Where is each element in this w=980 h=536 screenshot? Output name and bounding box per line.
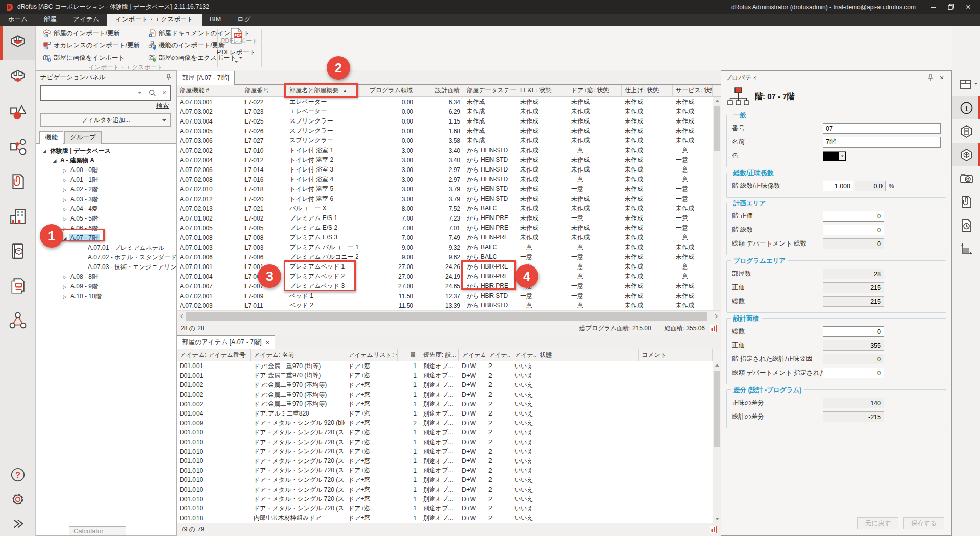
table-row[interactable]: D01.010ドア・メタル・シングル 720 (スタッド)ドア+窓1別途オプ..…: [177, 437, 721, 447]
tree-item[interactable]: ◢体験版 | データベース: [36, 146, 176, 156]
column-header[interactable]: プログラム領域: [358, 85, 416, 96]
tab-room-items[interactable]: 部屋のアイテム [A.07 - 7階] ×: [177, 335, 275, 349]
column-header[interactable]: アイテム: アイテム番号▲: [177, 349, 251, 361]
table-row[interactable]: A.07.01.007L7-007プレミアムベッド 327.0024.65から …: [177, 281, 721, 291]
settings-button[interactable]: [0, 487, 35, 511]
table-row[interactable]: A.07.03.001L7-022エレベーター0.006.34未作成未作成未作成…: [177, 97, 721, 107]
expand-button[interactable]: [0, 511, 35, 536]
property-input[interactable]: [823, 137, 941, 148]
table-row[interactable]: D01.001ドア:金属二重970 (均等)ドア+窓1別途オプ...D+W2いい…: [177, 371, 721, 381]
nav-tab-groups[interactable]: グループ: [64, 131, 102, 144]
module-occurrences-button[interactable]: [0, 130, 35, 164]
close-button[interactable]: ×: [960, 0, 977, 14]
table-row[interactable]: D01.018内部中芯木材枠組みドアドア+窓1別途オプ...D+W2いいえ: [177, 514, 721, 523]
search-icon[interactable]: [146, 89, 158, 97]
add-filter-dropdown[interactable]: フィルタを追加...: [40, 113, 171, 127]
tree-expander-icon[interactable]: ▷: [61, 178, 69, 183]
tree-item[interactable]: ▷A.04 - 4愛: [36, 204, 176, 214]
module-rooms-alt-button[interactable]: [0, 60, 35, 95]
column-header[interactable]: アイテ...: [485, 349, 511, 361]
column-header[interactable]: 仕上げ: 状態: [622, 85, 673, 96]
property-input[interactable]: [823, 211, 884, 222]
property-input[interactable]: [823, 354, 884, 364]
tree-expander-icon[interactable]: ▷: [61, 216, 69, 222]
pin-icon[interactable]: [925, 74, 936, 81]
panel-history-button[interactable]: [952, 213, 980, 237]
table-row[interactable]: D01.002ドア:金属二重970 (不均等)ドア+窓1別途オプ...D+W2い…: [177, 380, 721, 390]
property-input[interactable]: [823, 181, 853, 191]
minimize-button[interactable]: [925, 0, 942, 14]
column-header[interactable]: 状態: [536, 349, 639, 361]
column-header[interactable]: 優先度: 説...: [420, 349, 459, 361]
property-input[interactable]: [823, 282, 884, 293]
column-header[interactable]: 部屋番号: [241, 85, 286, 96]
close-panel-icon[interactable]: ×: [936, 74, 947, 82]
table-row[interactable]: D01.010ドア・メタル・シングル 720 (スタッド)ドア+窓1別途オプ..…: [177, 494, 721, 504]
table-row[interactable]: A.07.02.013L7-021バルコニー X8.007.52から BALC未…: [177, 204, 721, 213]
maximize-button[interactable]: [942, 0, 960, 14]
panel-camera-button[interactable]: [952, 166, 980, 190]
search-dropdown-icon[interactable]: [134, 92, 146, 94]
nav-tab-functions[interactable]: 機能: [39, 131, 63, 144]
tree-item[interactable]: ▷A.00 - 0階: [36, 165, 176, 175]
items-vertical-scrollbar[interactable]: [713, 361, 721, 523]
menu-item-1[interactable]: ホーム: [0, 14, 36, 26]
menu-item-2[interactable]: 部屋: [36, 14, 65, 26]
property-input[interactable]: [823, 326, 884, 337]
tree-expander-icon[interactable]: ▷: [61, 187, 69, 192]
tree-expander-icon[interactable]: ▷: [61, 197, 69, 202]
panel-area-button[interactable]: [952, 237, 980, 260]
table-row[interactable]: D01.010ドア・メタル・シングル 720 (スタッド)ドア+窓1別途オプ..…: [177, 466, 721, 476]
table-row[interactable]: A.07.02.012L7-020トイレ付 浴室 63.003.79から HEN…: [177, 194, 721, 204]
module-network-button[interactable]: [0, 303, 35, 338]
column-header[interactable]: FF&E: 状態: [517, 85, 568, 96]
help-button[interactable]: ?: [0, 462, 35, 487]
table-row[interactable]: D01.010ドア・メタル・シングル 720 (スタッド)ドア+窓1別途オプ..…: [177, 456, 721, 466]
ribbon-button-room-import[interactable]: 部屋のインポート/更新: [40, 28, 143, 39]
tree-expander-icon[interactable]: ▷: [61, 168, 69, 173]
save-button[interactable]: 保存する: [903, 517, 944, 529]
property-input[interactable]: [823, 269, 884, 279]
column-header[interactable]: アイテム: 名前: [251, 349, 345, 361]
module-documents-button[interactable]: [0, 164, 35, 199]
tree-item[interactable]: A.07.02 - ホテル・スタンダード: [36, 253, 176, 262]
column-header[interactable]: コメント: [639, 349, 713, 361]
color-picker[interactable]: [823, 151, 846, 161]
column-header[interactable]: 部屋データステータス: [463, 85, 517, 96]
property-input[interactable]: [823, 340, 884, 351]
tree-item[interactable]: ▷A.05 - 5階: [36, 214, 176, 224]
property-input-focused[interactable]: [823, 368, 884, 378]
column-header[interactable]: アイテムリスト: 名前: [345, 349, 398, 361]
column-header[interactable]: 設計面積: [416, 85, 463, 96]
rooms-horizontal-scrollbar[interactable]: [177, 310, 721, 322]
panel-attachment-button[interactable]: [952, 190, 980, 213]
tree-expander-icon[interactable]: ◢: [51, 158, 59, 163]
table-row[interactable]: A.07.02.010L7-018トイレ付 浴室 53.003.79から HEN…: [177, 184, 721, 194]
module-rooms-button[interactable]: [0, 26, 35, 60]
pin-icon[interactable]: [166, 74, 172, 81]
table-row[interactable]: A.07.01.002L7-002プレミアム E/S 17.007.23から H…: [177, 213, 721, 223]
table-row[interactable]: D01.010ドア・メタル・シングル 720 (スタッド)ドア+窓1別途オプ..…: [177, 504, 721, 514]
module-bim-button[interactable]: [0, 234, 35, 269]
table-row[interactable]: A.07.02.002L7-010トイレ付 浴室 13.003.40から HEN…: [177, 145, 721, 155]
module-reports-button[interactable]: [0, 269, 35, 303]
property-input[interactable]: [823, 123, 941, 134]
menu-item-6[interactable]: ログ: [229, 14, 259, 26]
menu-item-5[interactable]: BIM: [202, 14, 229, 26]
tree-expander-icon[interactable]: ▷: [61, 294, 69, 299]
module-items-button[interactable]: [0, 95, 35, 130]
property-input[interactable]: [823, 238, 884, 249]
ribbon-button-occurrence-import[interactable]: オカレンスのインポート/更新: [40, 40, 143, 51]
table-row[interactable]: A.07.01.001L7-001プレミアムベッド 127.0024.26から …: [177, 262, 721, 272]
tree-item[interactable]: ▷A.09 - 9階: [36, 282, 176, 291]
pdf-report-button[interactable]: PDF PDFレポート: [219, 26, 253, 37]
tree-item[interactable]: ◢A - 建築物 A: [36, 156, 176, 165]
table-row[interactable]: A.07.03.006L7-027スプリンクラー0.003.58未作成未作成未作…: [177, 136, 721, 145]
tree-expander-icon[interactable]: ▷: [61, 284, 69, 289]
table-row[interactable]: D01.010ドア・メタル・シングル 720 (スタッド)ドア+窓1別途オプ..…: [177, 447, 721, 456]
rooms-vertical-scrollbar[interactable]: [713, 97, 721, 310]
column-header[interactable]: サービス: 状態: [673, 85, 713, 96]
panel-layout-selector-button[interactable]: [952, 72, 980, 96]
table-row[interactable]: D01.010ドア・メタル・シングル 720 (スタッド)ドア+窓1別途オプ..…: [177, 485, 721, 495]
search-link[interactable]: 検索: [36, 101, 176, 110]
